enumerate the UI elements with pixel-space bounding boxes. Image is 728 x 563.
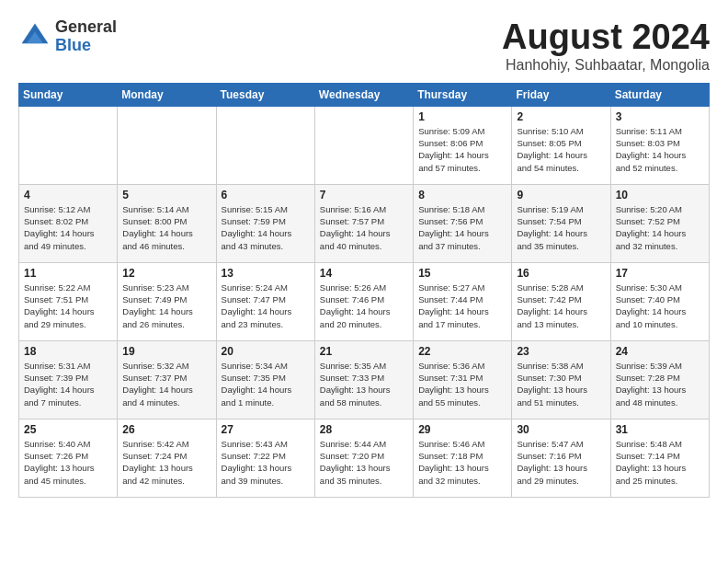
calendar-cell: 2Sunrise: 5:10 AM Sunset: 8:05 PM Daylig… — [512, 106, 610, 184]
calendar-cell: 30Sunrise: 5:47 AM Sunset: 7:16 PM Dayli… — [512, 419, 610, 497]
calendar-week-row: 18Sunrise: 5:31 AM Sunset: 7:39 PM Dayli… — [19, 340, 710, 419]
day-number: 16 — [517, 267, 605, 280]
logo-icon — [18, 20, 51, 53]
day-info: Sunrise: 5:44 AM Sunset: 7:20 PM Dayligh… — [320, 438, 408, 487]
calendar-cell: 14Sunrise: 5:26 AM Sunset: 7:46 PM Dayli… — [314, 262, 413, 340]
calendar-cell: 7Sunrise: 5:16 AM Sunset: 7:57 PM Daylig… — [314, 184, 413, 262]
title-block: August 2024 Hanhohiy, Suhbaatar, Mongoli… — [502, 18, 710, 74]
calendar-cell: 18Sunrise: 5:31 AM Sunset: 7:39 PM Dayli… — [19, 340, 118, 419]
day-info: Sunrise: 5:46 AM Sunset: 7:18 PM Dayligh… — [418, 438, 506, 487]
day-number: 24 — [616, 345, 704, 358]
logo-text: General Blue — [55, 18, 117, 55]
day-info: Sunrise: 5:30 AM Sunset: 7:40 PM Dayligh… — [616, 282, 704, 330]
day-number: 9 — [517, 189, 605, 201]
day-info: Sunrise: 5:47 AM Sunset: 7:16 PM Dayligh… — [517, 438, 605, 487]
calendar-cell: 8Sunrise: 5:18 AM Sunset: 7:56 PM Daylig… — [414, 184, 512, 262]
day-info: Sunrise: 5:36 AM Sunset: 7:31 PM Dayligh… — [418, 360, 506, 408]
day-number: 13 — [222, 267, 310, 280]
calendar-body: 1Sunrise: 5:09 AM Sunset: 8:06 PM Daylig… — [19, 106, 710, 497]
page-header: General Blue August 2024 Hanhohiy, Suhba… — [18, 18, 710, 74]
calendar-cell: 3Sunrise: 5:11 AM Sunset: 8:03 PM Daylig… — [610, 106, 709, 184]
month-title: August 2024 — [502, 18, 710, 57]
day-number: 6 — [222, 189, 310, 201]
calendar-cell: 15Sunrise: 5:27 AM Sunset: 7:44 PM Dayli… — [414, 262, 512, 340]
logo-general: General — [55, 18, 117, 37]
location-subtitle: Hanhohiy, Suhbaatar, Mongolia — [502, 57, 710, 74]
calendar-cell: 5Sunrise: 5:14 AM Sunset: 8:00 PM Daylig… — [118, 184, 216, 262]
weekday-header-thursday: Thursday — [414, 83, 512, 106]
day-info: Sunrise: 5:40 AM Sunset: 7:26 PM Dayligh… — [24, 438, 112, 487]
day-info: Sunrise: 5:14 AM Sunset: 8:00 PM Dayligh… — [122, 203, 210, 252]
day-number: 17 — [616, 267, 704, 280]
calendar-cell: 24Sunrise: 5:39 AM Sunset: 7:28 PM Dayli… — [610, 340, 709, 419]
day-info: Sunrise: 5:15 AM Sunset: 7:59 PM Dayligh… — [222, 203, 310, 252]
calendar-cell: 23Sunrise: 5:38 AM Sunset: 7:30 PM Dayli… — [512, 340, 610, 419]
calendar-cell: 4Sunrise: 5:12 AM Sunset: 8:02 PM Daylig… — [19, 184, 118, 262]
calendar-header-row: SundayMondayTuesdayWednesdayThursdayFrid… — [19, 83, 710, 106]
weekday-header-monday: Monday — [118, 83, 216, 106]
day-number: 26 — [122, 423, 210, 436]
day-number: 22 — [418, 345, 506, 358]
calendar-cell — [118, 106, 216, 184]
day-number: 15 — [418, 267, 506, 280]
weekday-header-wednesday: Wednesday — [314, 83, 413, 106]
day-number: 20 — [222, 345, 310, 358]
day-number: 19 — [122, 345, 210, 358]
day-info: Sunrise: 5:23 AM Sunset: 7:49 PM Dayligh… — [122, 282, 210, 330]
calendar-cell — [216, 106, 314, 184]
calendar-cell: 10Sunrise: 5:20 AM Sunset: 7:52 PM Dayli… — [610, 184, 709, 262]
day-info: Sunrise: 5:18 AM Sunset: 7:56 PM Dayligh… — [418, 203, 506, 252]
day-number: 31 — [616, 423, 704, 436]
calendar-cell: 13Sunrise: 5:24 AM Sunset: 7:47 PM Dayli… — [216, 262, 314, 340]
day-info: Sunrise: 5:35 AM Sunset: 7:33 PM Dayligh… — [320, 360, 408, 408]
day-info: Sunrise: 5:32 AM Sunset: 7:37 PM Dayligh… — [122, 360, 210, 408]
day-info: Sunrise: 5:48 AM Sunset: 7:14 PM Dayligh… — [616, 438, 704, 487]
calendar-cell: 11Sunrise: 5:22 AM Sunset: 7:51 PM Dayli… — [19, 262, 118, 340]
day-info: Sunrise: 5:16 AM Sunset: 7:57 PM Dayligh… — [320, 203, 408, 252]
calendar-cell: 16Sunrise: 5:28 AM Sunset: 7:42 PM Dayli… — [512, 262, 610, 340]
calendar-cell: 28Sunrise: 5:44 AM Sunset: 7:20 PM Dayli… — [314, 419, 413, 497]
calendar-cell: 21Sunrise: 5:35 AM Sunset: 7:33 PM Dayli… — [314, 340, 413, 419]
weekday-header-tuesday: Tuesday — [216, 83, 314, 106]
calendar-cell: 17Sunrise: 5:30 AM Sunset: 7:40 PM Dayli… — [610, 262, 709, 340]
day-number: 1 — [418, 110, 506, 123]
day-info: Sunrise: 5:27 AM Sunset: 7:44 PM Dayligh… — [418, 282, 506, 330]
logo-blue: Blue — [55, 37, 117, 55]
day-number: 2 — [517, 110, 605, 123]
day-number: 3 — [616, 110, 704, 123]
day-info: Sunrise: 5:38 AM Sunset: 7:30 PM Dayligh… — [517, 360, 605, 408]
day-info: Sunrise: 5:24 AM Sunset: 7:47 PM Dayligh… — [222, 282, 310, 330]
day-number: 12 — [122, 267, 210, 280]
calendar-cell: 22Sunrise: 5:36 AM Sunset: 7:31 PM Dayli… — [414, 340, 512, 419]
weekday-header-saturday: Saturday — [610, 83, 709, 106]
day-info: Sunrise: 5:09 AM Sunset: 8:06 PM Dayligh… — [418, 125, 506, 174]
calendar-cell: 9Sunrise: 5:19 AM Sunset: 7:54 PM Daylig… — [512, 184, 610, 262]
day-number: 18 — [24, 345, 112, 358]
day-number: 29 — [418, 423, 506, 436]
day-number: 30 — [517, 423, 605, 436]
calendar-cell: 12Sunrise: 5:23 AM Sunset: 7:49 PM Dayli… — [118, 262, 216, 340]
calendar-cell — [314, 106, 413, 184]
calendar-cell: 19Sunrise: 5:32 AM Sunset: 7:37 PM Dayli… — [118, 340, 216, 419]
day-info: Sunrise: 5:10 AM Sunset: 8:05 PM Dayligh… — [517, 125, 605, 174]
weekday-header-sunday: Sunday — [19, 83, 118, 106]
day-info: Sunrise: 5:39 AM Sunset: 7:28 PM Dayligh… — [616, 360, 704, 408]
day-info: Sunrise: 5:43 AM Sunset: 7:22 PM Dayligh… — [222, 438, 310, 487]
day-number: 14 — [320, 267, 408, 280]
calendar-cell: 27Sunrise: 5:43 AM Sunset: 7:22 PM Dayli… — [216, 419, 314, 497]
calendar-week-row: 1Sunrise: 5:09 AM Sunset: 8:06 PM Daylig… — [19, 106, 710, 184]
calendar-cell: 20Sunrise: 5:34 AM Sunset: 7:35 PM Dayli… — [216, 340, 314, 419]
day-info: Sunrise: 5:11 AM Sunset: 8:03 PM Dayligh… — [616, 125, 704, 174]
calendar-cell: 1Sunrise: 5:09 AM Sunset: 8:06 PM Daylig… — [414, 106, 512, 184]
day-info: Sunrise: 5:31 AM Sunset: 7:39 PM Dayligh… — [24, 360, 112, 408]
day-number: 10 — [616, 189, 704, 201]
calendar-cell: 29Sunrise: 5:46 AM Sunset: 7:18 PM Dayli… — [414, 419, 512, 497]
day-number: 11 — [24, 267, 112, 280]
day-info: Sunrise: 5:20 AM Sunset: 7:52 PM Dayligh… — [616, 203, 704, 252]
logo: General Blue — [18, 18, 117, 55]
day-number: 28 — [320, 423, 408, 436]
day-number: 23 — [517, 345, 605, 358]
day-info: Sunrise: 5:28 AM Sunset: 7:42 PM Dayligh… — [517, 282, 605, 330]
calendar-cell: 31Sunrise: 5:48 AM Sunset: 7:14 PM Dayli… — [610, 419, 709, 497]
day-number: 4 — [24, 189, 112, 201]
